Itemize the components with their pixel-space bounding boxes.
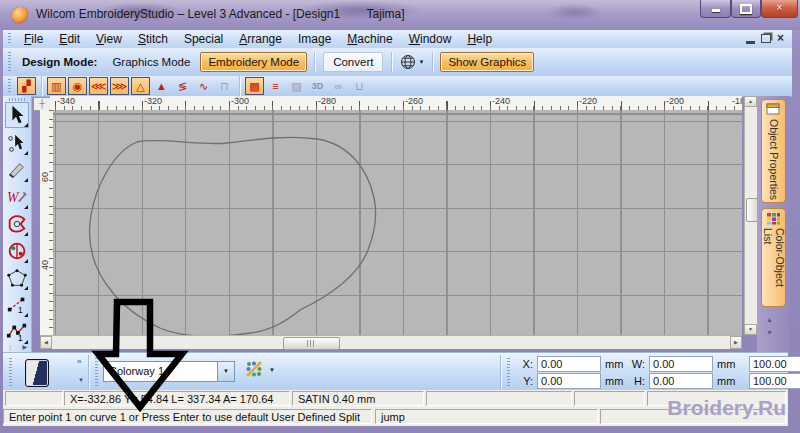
menu-arrange[interactable]: Arrange: [231, 31, 290, 47]
contour-fill-icon[interactable]: △: [131, 77, 150, 95]
vertical-scrollbar[interactable]: ▲ ▼: [744, 96, 758, 335]
ruler-label: -280: [318, 96, 336, 106]
menu-file[interactable]: File: [16, 31, 51, 47]
combo-dropdown-button[interactable]: ▼: [217, 362, 234, 381]
ruler-label: -300: [231, 96, 249, 106]
digitize-open-shape-tool[interactable]: 1: [6, 320, 28, 344]
scroll-up-button[interactable]: ▲: [744, 96, 757, 107]
menu-edit[interactable]: Edit: [51, 31, 88, 47]
auto-fill-icon[interactable]: ▞: [17, 77, 36, 95]
show-graphics-button[interactable]: Show Graphics: [440, 52, 534, 72]
maximize-button[interactable]: [731, 0, 761, 18]
mdi-close-icon[interactable]: ×: [777, 32, 784, 44]
palette-overflow[interactable]: ⋮▶: [3, 343, 31, 350]
ruler-label: 60: [40, 172, 50, 182]
knife-tool[interactable]: [6, 158, 28, 182]
freehand-embroidery-tool[interactable]: W: [6, 185, 28, 209]
menu-machine[interactable]: Machine: [339, 31, 400, 47]
freehand-w-icon: W: [6, 185, 28, 209]
right-arrow-icon: ▶: [734, 339, 738, 345]
embroidery-mode-button[interactable]: Embroidery Mode: [200, 52, 307, 72]
menu-image[interactable]: Image: [290, 31, 339, 47]
scroll-left-button[interactable]: ◀: [40, 336, 52, 349]
texture-fill-icon[interactable]: ▨: [287, 77, 306, 95]
toolbar-grip[interactable]: [8, 33, 11, 46]
step-stitch-icon[interactable]: ⊓: [215, 77, 234, 95]
colorway-select[interactable]: Colorway 1 ▼: [103, 361, 235, 382]
menu-special[interactable]: Special: [176, 31, 231, 47]
toolbar-grip[interactable]: [95, 358, 98, 386]
close-button[interactable]: ×: [761, 0, 798, 18]
select-tool[interactable]: [5, 102, 29, 128]
x-input[interactable]: [537, 356, 601, 372]
tatami-fill-icon[interactable]: ▥: [47, 77, 66, 95]
window-title: Wilcom EmbroideryStudio – Level 3 Advanc…: [36, 7, 405, 21]
scroll-down-button[interactable]: ▼: [744, 324, 757, 335]
knife-icon: [6, 158, 28, 182]
machine-format-button[interactable]: ▼: [396, 52, 428, 72]
y-input[interactable]: [537, 373, 601, 389]
reshape-object-tool[interactable]: [6, 212, 28, 236]
globe-icon: [400, 54, 416, 70]
red-shape-icon: [6, 212, 28, 236]
menu-view[interactable]: View: [88, 31, 130, 47]
polyline-icon: 1: [6, 320, 28, 344]
tab-color-object-list[interactable]: Color-Object List: [761, 208, 786, 307]
minimize-button[interactable]: [700, 0, 731, 18]
overflow-down-icon[interactable]: ▼: [78, 377, 84, 383]
toolbar-grip[interactable]: [8, 79, 11, 93]
strip-scroll-down[interactable]: ▼: [766, 327, 773, 338]
fancy-fill-icon[interactable]: ⋙: [110, 77, 129, 95]
menu-help[interactable]: Help: [459, 31, 500, 47]
design-mode-toolbar: Design Mode: Graphics Mode Embroidery Mo…: [3, 48, 792, 77]
colorway-editor-button[interactable]: [243, 360, 265, 382]
scale-x-input[interactable]: [749, 356, 800, 372]
left-arrow-icon: ◀: [44, 339, 48, 345]
horizontal-scroll-thumb[interactable]: [283, 337, 340, 350]
applique-icon[interactable]: ▲: [152, 77, 171, 95]
toolbar-grip[interactable]: [8, 52, 11, 72]
height-input[interactable]: [649, 373, 713, 389]
color-object-list-icon: [766, 212, 781, 225]
graphics-mode-button[interactable]: Graphics Mode: [105, 53, 197, 71]
design-background-button[interactable]: [25, 359, 49, 387]
radial-fill-icon[interactable]: ⋘: [89, 77, 108, 95]
true-view-icon[interactable]: ∞: [329, 77, 348, 95]
ruler-origin-button[interactable]: ┼: [33, 97, 51, 111]
digitize-run-tool[interactable]: 1: [6, 293, 28, 317]
satin-stitch-icon[interactable]: ≡: [266, 77, 285, 95]
convert-button[interactable]: Convert: [323, 52, 383, 72]
tab-object-properties[interactable]: Object Properties: [761, 99, 786, 203]
menu-stitch[interactable]: Stitch: [130, 31, 176, 47]
width-input[interactable]: [649, 356, 713, 372]
chevron-down-icon[interactable]: ▼: [269, 367, 275, 373]
column-stitch-icon[interactable]: ≶: [173, 77, 192, 95]
hoop-icon[interactable]: ⊔: [350, 77, 369, 95]
toolbar-grip[interactable]: [9, 358, 12, 386]
horizontal-scrollbar[interactable]: ◀ ▶: [40, 335, 742, 349]
overflow-chevron-icon[interactable]: »: [77, 357, 81, 366]
status-stitch-info: SATIN 0.40 mm: [292, 391, 424, 406]
3d-effect-icon[interactable]: 3D: [308, 77, 327, 95]
mm-unit: mm: [717, 358, 737, 370]
menu-window[interactable]: Window: [401, 31, 460, 47]
wilcom-app-icon: [12, 7, 28, 23]
program-split-icon[interactable]: ▩: [245, 77, 264, 95]
mdi-minimize-icon[interactable]: [746, 41, 755, 44]
zigzag-stitch-icon[interactable]: ∿: [194, 77, 213, 95]
watermark: Broidery.Ru: [667, 396, 786, 420]
polygon-select-tool[interactable]: [6, 266, 28, 290]
scroll-right-button[interactable]: ▶: [730, 336, 742, 349]
toolbar-grip[interactable]: [9, 98, 25, 101]
motif-fill-icon[interactable]: ◉: [68, 77, 87, 95]
tool-palette: W 1: [3, 96, 32, 352]
reshape-tool[interactable]: [6, 131, 28, 155]
scale-y-input[interactable]: [749, 373, 800, 389]
strip-scroll-up[interactable]: ▲: [766, 314, 773, 325]
title-bar: Wilcom EmbroideryStudio – Level 3 Advanc…: [0, 0, 800, 30]
mirror-merge-tool[interactable]: [6, 239, 28, 263]
design-canvas[interactable]: [53, 110, 742, 335]
toolbar-grip[interactable]: [507, 358, 510, 386]
mdi-restore-icon[interactable]: [761, 34, 771, 43]
design-outline-shape: [53, 110, 742, 335]
